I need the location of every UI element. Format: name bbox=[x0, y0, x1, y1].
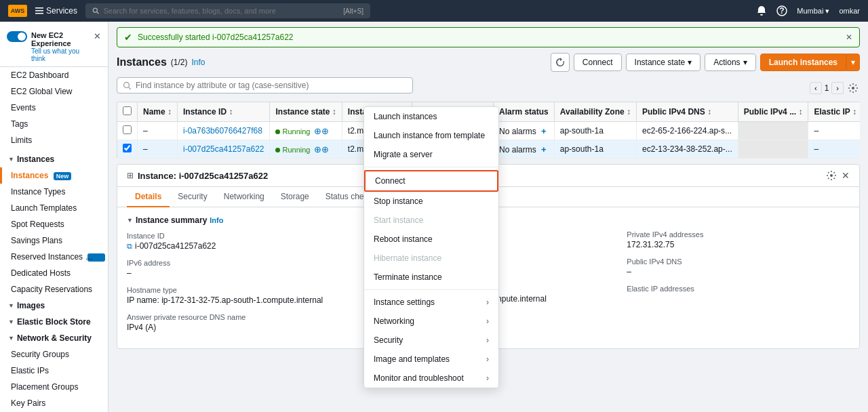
dropdown-item-connect[interactable]: Connect bbox=[364, 170, 498, 192]
tab-details[interactable]: Details bbox=[127, 187, 170, 207]
tab-storage[interactable]: Storage bbox=[273, 187, 317, 207]
sidebar-item-savings-plans[interactable]: Savings Plans bbox=[0, 232, 108, 249]
sidebar-item-global-view[interactable]: EC2 Global View bbox=[0, 83, 108, 100]
instance-id-copy[interactable]: ⧉ bbox=[127, 242, 132, 251]
dropdown-item-security[interactable]: Security › bbox=[364, 331, 498, 350]
svg-line-4 bbox=[97, 12, 99, 14]
question-icon[interactable]: ? bbox=[776, 5, 787, 16]
new-ec2-close[interactable]: ✕ bbox=[94, 31, 101, 41]
dropdown-item-launch-instances[interactable]: Launch instances bbox=[364, 107, 498, 126]
dropdown-item-migrate[interactable]: Migrate a server bbox=[364, 145, 498, 164]
dropdown-item-image-templates[interactable]: Image and templates › bbox=[364, 350, 498, 369]
svg-point-11 bbox=[830, 174, 833, 177]
summary-info[interactable]: Info bbox=[210, 216, 223, 224]
col-public-ipv4[interactable]: Public IPv4 ... ↕ bbox=[738, 102, 808, 122]
sidebar-item-reserved-instances[interactable]: Reserved Instances New bbox=[0, 249, 108, 265]
row-checkbox-1[interactable] bbox=[123, 144, 132, 152]
public-dns-label: Public IPv4 DNS bbox=[627, 258, 850, 266]
detail-section-right: Private IPv4 addresses 172.31.32.75 Publ… bbox=[627, 215, 850, 340]
instance-id-link-1[interactable]: i-007d25ca41257a622 bbox=[183, 144, 264, 154]
dropdown-item-networking[interactable]: Networking › bbox=[364, 312, 498, 331]
instances-info-link[interactable]: Info bbox=[192, 58, 205, 67]
sidebar-item-instance-types[interactable]: Instance Types bbox=[0, 184, 108, 200]
sidebar-section-network[interactable]: Network & Security bbox=[0, 330, 108, 346]
new-ec2-subtitle[interactable]: Tell us what you think bbox=[31, 47, 90, 62]
instance-state-button[interactable]: Instance state ▾ bbox=[626, 54, 701, 71]
svg-marker-7 bbox=[560, 58, 562, 61]
running-badge-0: Running bbox=[275, 127, 310, 136]
dropdown-item-monitor[interactable]: Monitor and troubleshoot › bbox=[364, 369, 498, 388]
private-ipv4-row: Private IPv4 addresses 172.31.32.75 bbox=[627, 230, 850, 249]
col-state[interactable]: Instance state ↕ bbox=[270, 102, 342, 122]
region-selector[interactable]: Mumbai ▾ bbox=[797, 7, 829, 16]
tab-networking[interactable]: Networking bbox=[216, 187, 273, 207]
dropdown-item-terminate[interactable]: Terminate instance bbox=[364, 268, 498, 287]
add-alarm-1[interactable]: + bbox=[541, 144, 547, 154]
services-button[interactable]: Services bbox=[35, 6, 77, 16]
cell-instance-id-0: i-0a763b60766427f68 bbox=[178, 122, 270, 140]
user-menu[interactable]: omkar bbox=[839, 7, 860, 15]
pagination-prev[interactable]: ‹ bbox=[810, 82, 822, 94]
launch-instances-split[interactable]: ▾ bbox=[846, 54, 860, 71]
tab-security[interactable]: Security bbox=[170, 187, 215, 207]
sidebar-item-spot-requests[interactable]: Spot Requests bbox=[0, 216, 108, 232]
sidebar-item-limits[interactable]: Limits bbox=[0, 132, 108, 148]
sidebar-item-dashboard[interactable]: EC2 Dashboard bbox=[0, 67, 108, 83]
page-title: Instances bbox=[117, 56, 167, 68]
dropdown-item-stop[interactable]: Stop instance bbox=[364, 192, 498, 211]
pagination-next[interactable]: › bbox=[831, 82, 844, 94]
detail-expand-icon[interactable]: ⊞ bbox=[127, 171, 134, 180]
connect-button[interactable]: Connect bbox=[574, 54, 622, 71]
new-ec2-toggle[interactable] bbox=[7, 31, 27, 42]
instance-id-link-0[interactable]: i-0a763b60766427f68 bbox=[183, 126, 262, 136]
row-checkbox-0[interactable] bbox=[123, 125, 132, 134]
col-az[interactable]: Availability Zone ↕ bbox=[554, 102, 636, 122]
cell-dns-0: ec2-65-2-166-224.ap-s... bbox=[637, 122, 738, 140]
col-elastic-ip[interactable]: Elastic IP ↕ bbox=[808, 102, 860, 122]
page-number: 1 bbox=[825, 83, 829, 93]
instance-search-bar[interactable] bbox=[117, 77, 413, 94]
actions-button[interactable]: Actions ▾ bbox=[705, 54, 755, 71]
col-alarm[interactable]: Alarm status bbox=[494, 102, 555, 122]
sidebar-item-events[interactable]: Events bbox=[0, 100, 108, 116]
elastic-ip-label: Elastic IP addresses bbox=[627, 285, 850, 293]
dropdown-item-launch-from-template[interactable]: Launch instance from template bbox=[364, 126, 498, 145]
sidebar-item-elastic-ips[interactable]: Elastic IPs bbox=[0, 363, 108, 379]
cell-az-0: ap-south-1a bbox=[554, 122, 636, 140]
table-preferences-button[interactable] bbox=[846, 81, 860, 95]
success-banner-close[interactable]: ✕ bbox=[846, 33, 852, 42]
sidebar-item-instances[interactable]: Instances New bbox=[0, 167, 108, 184]
sidebar-item-security-groups[interactable]: Security Groups bbox=[0, 346, 108, 363]
sidebar-item-placement-groups[interactable]: Placement Groups bbox=[0, 379, 108, 395]
global-search-input[interactable] bbox=[103, 7, 339, 15]
col-name[interactable]: Name ↕ bbox=[138, 102, 178, 122]
bell-icon[interactable] bbox=[756, 5, 767, 16]
sidebar-section-instances[interactable]: Instances bbox=[0, 151, 108, 167]
dropdown-item-hibernate: Hibernate instance bbox=[364, 249, 498, 268]
sidebar-item-capacity-reservations[interactable]: Capacity Reservations bbox=[0, 281, 108, 297]
top-nav: AWS Services [Alt+S] ? Mumbai ▾ omkar bbox=[0, 0, 868, 22]
sidebar-item-launch-templates[interactable]: Launch Templates bbox=[0, 200, 108, 216]
sidebar-item-dedicated-hosts[interactable]: Dedicated Hosts bbox=[0, 265, 108, 281]
select-all-checkbox[interactable] bbox=[123, 106, 132, 115]
refresh-button[interactable] bbox=[551, 53, 570, 72]
sidebar-item-key-pairs[interactable]: Key Pairs bbox=[0, 395, 108, 411]
col-public-dns[interactable]: Public IPv4 DNS ↕ bbox=[637, 102, 738, 122]
sidebar-section-images[interactable]: Images bbox=[0, 297, 108, 314]
detail-close[interactable]: ✕ bbox=[842, 170, 850, 181]
add-alarm-0[interactable]: + bbox=[541, 126, 547, 136]
launch-instances-button[interactable]: Launch instances bbox=[760, 54, 846, 71]
dropdown-item-reboot[interactable]: Reboot instance bbox=[364, 230, 498, 249]
cell-ipv4-0 bbox=[738, 122, 808, 140]
dropdown-item-instance-settings[interactable]: Instance settings › bbox=[364, 293, 498, 312]
detail-header-actions: ✕ bbox=[827, 170, 850, 181]
sidebar-item-tags[interactable]: Tags bbox=[0, 116, 108, 132]
ipv6-row: IPv6 address – bbox=[127, 259, 350, 278]
instance-search-input[interactable] bbox=[136, 81, 407, 90]
global-search-bar[interactable]: [Alt+S] bbox=[85, 3, 370, 18]
svg-rect-0 bbox=[35, 7, 43, 9]
detail-gear-icon[interactable] bbox=[827, 171, 836, 180]
sidebar-section-ebs[interactable]: Elastic Block Store bbox=[0, 314, 108, 330]
col-instance-id[interactable]: Instance ID ↕ bbox=[178, 102, 270, 122]
new-ec2-title: New EC2 Experience bbox=[31, 31, 90, 47]
